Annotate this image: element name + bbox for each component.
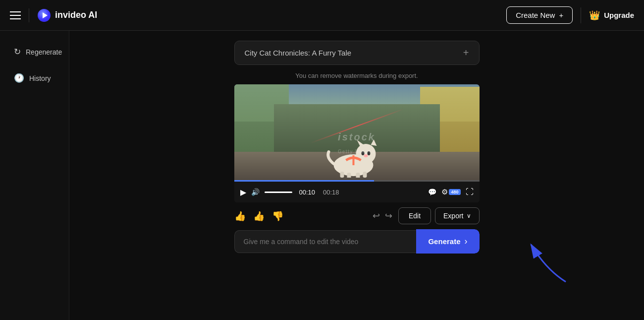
video-title: City Cat Chronicles: A Furry Tale [245, 49, 352, 57]
svg-point-6 [362, 151, 365, 155]
create-new-label: Create New [516, 11, 555, 19]
play-button[interactable]: ▶ [240, 188, 246, 197]
create-new-button[interactable]: Create New + [506, 6, 573, 24]
quality-badge-container: ⚙ 480 [441, 188, 460, 196]
export-label: Export [443, 212, 463, 220]
sidebar-item-label-regenerate: Regenerate [26, 48, 62, 56]
generate-label: Generate [428, 237, 460, 246]
command-input[interactable] [234, 230, 417, 253]
action-bar: 👍 👍 👎 ↩ ↪ Edit Export ∨ [234, 207, 480, 224]
upgrade-button[interactable]: 👑 Upgrade [589, 10, 634, 21]
sidebar-item-history[interactable]: 🕐 History [4, 67, 65, 89]
edit-button[interactable]: Edit [398, 207, 431, 224]
volume-slider[interactable] [265, 192, 292, 193]
fullscreen-button[interactable]: ⛶ [466, 188, 474, 196]
thumbup-filled-button[interactable]: 👍 [253, 210, 265, 222]
crown-icon: 👑 [589, 10, 600, 21]
title-plus-icon[interactable]: + [463, 47, 469, 59]
quality-badge: 480 [449, 189, 460, 195]
svg-point-8 [364, 154, 368, 157]
header-right: Create New + 👑 Upgrade [506, 6, 634, 24]
header-divider [581, 7, 581, 23]
reaction-buttons: 👍 👍 👎 [234, 210, 373, 222]
command-input-row: Generate › [234, 229, 480, 254]
time-current: 00:10 [299, 189, 316, 196]
thumbup-outline-button[interactable]: 👍 [234, 210, 246, 222]
watermark-notice: You can remove watermarks during export. [295, 72, 418, 79]
create-new-plus-icon: + [559, 11, 563, 19]
redo-button[interactable]: ↪ [385, 210, 392, 221]
logo-icon [37, 8, 51, 22]
svg-marker-5 [371, 139, 377, 146]
time-total: 00:18 [323, 189, 339, 196]
cat-svg [322, 138, 386, 178]
hamburger-menu-icon[interactable] [10, 11, 21, 19]
video-title-bar: City Cat Chronicles: A Furry Tale + [234, 41, 480, 65]
generate-button[interactable]: Generate › [416, 229, 479, 254]
settings-button[interactable]: ⚙ [441, 188, 448, 196]
video-controls: ▶ 🔊 00:10 00:18 💬 ⚙ 480 ⛶ [234, 182, 480, 202]
header-left: invideo AI [10, 8, 97, 22]
video-player: istock Getty Images ▶ 🔊 00:10 00:18 💬 ⚙ … [234, 84, 480, 202]
svg-point-7 [368, 151, 371, 155]
logo-area: invideo AI [29, 8, 97, 22]
app-name: invideo AI [55, 10, 97, 20]
main-content: City Cat Chronicles: A Furry Tale + You … [69, 31, 644, 320]
export-chevron-icon: ∨ [467, 212, 471, 219]
svg-point-3 [356, 144, 376, 164]
svg-rect-11 [347, 173, 351, 178]
svg-rect-10 [340, 172, 344, 178]
svg-marker-4 [357, 140, 364, 146]
feedback-button[interactable]: 💬 [428, 188, 436, 196]
undo-button[interactable]: ↩ [373, 210, 380, 221]
export-button[interactable]: Export ∨ [435, 207, 479, 224]
volume-button[interactable]: 🔊 [251, 188, 260, 196]
regenerate-icon: ↻ [14, 47, 21, 57]
sidebar: ↻ Regenerate 🕐 History [0, 31, 69, 320]
generate-arrow-icon: › [465, 236, 468, 247]
history-icon: 🕐 [14, 73, 24, 83]
svg-rect-12 [356, 173, 360, 178]
edit-label: Edit [409, 212, 421, 220]
sidebar-item-label-history: History [29, 74, 51, 82]
thumbdown-button[interactable]: 👎 [272, 210, 284, 222]
sidebar-item-regenerate[interactable]: ↻ Regenerate [4, 41, 65, 63]
svg-rect-13 [363, 172, 367, 178]
undo-redo-controls: ↩ ↪ [373, 210, 392, 221]
app-header: invideo AI Create New + 👑 Upgrade [0, 0, 644, 31]
upgrade-label: Upgrade [604, 11, 634, 19]
